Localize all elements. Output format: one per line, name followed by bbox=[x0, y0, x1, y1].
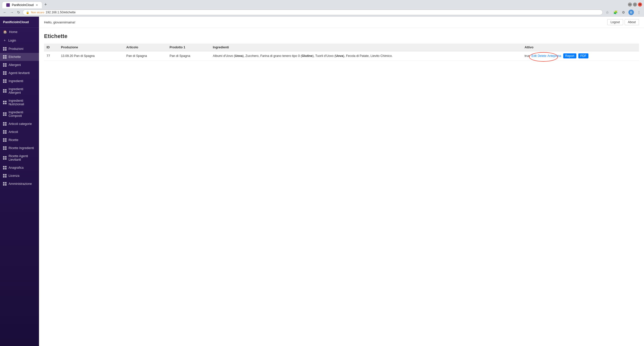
home-icon: 🏠 bbox=[3, 30, 7, 34]
window-controls: — □ ✕ bbox=[628, 3, 642, 8]
grid-icon-ingredienti-composti bbox=[3, 112, 7, 116]
grid-icon-ricette-agenti bbox=[3, 156, 7, 160]
top-bar-buttons: Logout About bbox=[607, 19, 639, 25]
active-tab[interactable]: PanificioInCloud ✕ bbox=[2, 2, 42, 8]
sidebar: PanificioInCloud 🏠 Home ＋ Login Produzio… bbox=[0, 17, 39, 346]
sidebar-item-ingredienti-composti[interactable]: Ingredienti Composti bbox=[0, 108, 39, 120]
table-row: 77 13.09.20 Pan di Spagna Pan di Spagna … bbox=[44, 51, 639, 61]
sync-button[interactable]: ⚙ bbox=[620, 9, 626, 15]
allergen-glutine: Glutine bbox=[302, 54, 312, 58]
sidebar-item-ingredienti-nutrizionali-label: Ingredienti Nutrizionali bbox=[9, 99, 36, 106]
sidebar-item-agenti-lievitanti[interactable]: Agenti lievitanti bbox=[0, 69, 39, 77]
main-content: Hello, giovannimaina! Logout About Etich… bbox=[39, 17, 644, 346]
app-layout: PanificioInCloud 🏠 Home ＋ Login Produzio… bbox=[0, 17, 644, 346]
tab-favicon bbox=[6, 3, 10, 7]
sidebar-item-produzioni[interactable]: Produzioni bbox=[0, 45, 39, 53]
anteprima-button[interactable]: Anteprima bbox=[547, 54, 562, 58]
sidebar-item-amministrazione[interactable]: Amministrazione bbox=[0, 180, 39, 188]
cell-id: 77 bbox=[44, 51, 58, 61]
sidebar-item-articoli-categorie[interactable]: Articoli categorie bbox=[0, 120, 39, 128]
action-buttons-container: Edit Delete Anteprima bbox=[531, 54, 562, 58]
sidebar-item-ricette-agenti-lievitanti-label: Ricette Agenti Lievitanti bbox=[9, 154, 36, 161]
edit-button[interactable]: Edit bbox=[531, 54, 537, 58]
address-bar-row: ← → ↻ 🔒 Non sicuro 192.168.1.50/etichett… bbox=[0, 8, 644, 16]
sidebar-item-home-label: Home bbox=[9, 30, 17, 34]
top-bar: Hello, giovannimaina! Logout About bbox=[39, 17, 644, 28]
grid-icon-produzioni bbox=[3, 47, 7, 51]
grid-icon-articoli bbox=[3, 130, 7, 134]
sidebar-item-home[interactable]: 🏠 Home bbox=[0, 28, 39, 36]
close-button[interactable]: ✕ bbox=[638, 3, 642, 7]
minimize-button[interactable]: — bbox=[628, 3, 632, 7]
sidebar-item-ricette-ingredienti-label: Ricette Ingredienti bbox=[9, 146, 34, 150]
grid-icon-articoli-categorie bbox=[3, 122, 7, 126]
address-text: 192.168.1.50/etichette bbox=[46, 11, 76, 14]
sidebar-item-ingredienti-allergeni-label: Ingredienti Allergeni bbox=[9, 87, 36, 94]
tab-title: PanificioInCloud bbox=[12, 3, 34, 7]
sidebar-item-login[interactable]: ＋ Login bbox=[0, 36, 39, 45]
sidebar-item-ingredienti[interactable]: Ingredienti bbox=[0, 77, 39, 85]
sidebar-item-ingredienti-composti-label: Ingredienti Composti bbox=[9, 111, 36, 118]
reload-button[interactable]: ↻ bbox=[16, 10, 21, 15]
sidebar-item-anagrafica-label: Anagrafica bbox=[9, 166, 24, 169]
sidebar-item-etichette[interactable]: Etichette bbox=[0, 53, 39, 61]
logout-button[interactable]: Logout bbox=[607, 19, 623, 25]
pdf-button[interactable]: PDF bbox=[578, 53, 588, 58]
cell-prodotto1: Pan di Spagna bbox=[167, 51, 210, 61]
maximize-button[interactable]: □ bbox=[633, 3, 637, 7]
browser-chrome: PanificioInCloud ✕ + — □ ✕ ← → ↻ 🔒 Non s… bbox=[0, 0, 644, 17]
browser-toolbar-icons: ☆ 🧩 ⚙ G ⋮ bbox=[604, 9, 642, 15]
sidebar-item-articoli[interactable]: Articoli bbox=[0, 128, 39, 136]
bookmark-button[interactable]: ☆ bbox=[604, 9, 610, 15]
table-header: ID Produzione Articolo Prodotto 1 Ingred… bbox=[44, 44, 639, 51]
col-articolo: Articolo bbox=[124, 44, 167, 51]
report-button[interactable]: Report bbox=[563, 53, 576, 58]
cell-produzione: 13.09.20 Pan di Spagna bbox=[58, 51, 124, 61]
page-content: Etichette ID Produzione Articolo Prodott… bbox=[39, 28, 644, 346]
address-bar[interactable]: 🔒 Non sicuro 192.168.1.50/etichette bbox=[23, 10, 603, 15]
sidebar-item-anagrafica[interactable]: Anagrafica bbox=[0, 164, 39, 172]
col-produzione: Produzione bbox=[58, 44, 124, 51]
allergen-uova-2: Uova bbox=[336, 54, 343, 58]
grid-icon-agenti-lievitanti bbox=[3, 71, 7, 75]
sidebar-item-articoli-label: Articoli bbox=[9, 130, 18, 134]
tab-close-button[interactable]: ✕ bbox=[36, 4, 38, 7]
grid-icon-ricette bbox=[3, 138, 7, 142]
extensions-button[interactable]: 🧩 bbox=[612, 9, 618, 15]
new-tab-button[interactable]: + bbox=[42, 2, 49, 7]
sidebar-item-produzioni-label: Produzioni bbox=[9, 47, 23, 51]
sidebar-item-allergeni-label: Allergeni bbox=[9, 63, 21, 67]
attivo-value: true bbox=[525, 54, 530, 58]
sidebar-item-allergeni[interactable]: Allergeni bbox=[0, 61, 39, 69]
security-icon: 🔒 bbox=[26, 11, 29, 14]
sidebar-item-ricette-ingredienti[interactable]: Ricette Ingredienti bbox=[0, 144, 39, 152]
grid-icon-ingredienti-nutrizionali bbox=[3, 101, 7, 104]
sidebar-item-ricette[interactable]: Ricette bbox=[0, 136, 39, 144]
grid-icon-etichette bbox=[3, 55, 7, 59]
col-prodotto1: Prodotto 1 bbox=[167, 44, 210, 51]
ingredienti-text: Albumi d'Uovo (Uova), Zucchero, Farina d… bbox=[213, 54, 393, 58]
grid-icon-allergeni bbox=[3, 63, 7, 67]
sidebar-brand: PanificioInCloud bbox=[0, 17, 39, 28]
about-button[interactable]: About bbox=[625, 19, 639, 25]
sidebar-item-licenza[interactable]: Licenza bbox=[0, 172, 39, 180]
delete-button[interactable]: Delete bbox=[537, 54, 547, 58]
grid-icon-ricette-ingredienti bbox=[3, 146, 7, 150]
sidebar-item-ingredienti-allergeni[interactable]: Ingredienti Allergeni bbox=[0, 85, 39, 97]
login-icon: ＋ bbox=[3, 38, 6, 43]
security-label: Non sicuro bbox=[31, 11, 44, 14]
grid-icon-ingredienti bbox=[3, 79, 7, 83]
sidebar-item-ricette-agenti-lievitanti[interactable]: Ricette Agenti Lievitanti bbox=[0, 152, 39, 164]
sidebar-item-ingredienti-nutrizionali[interactable]: Ingredienti Nutrizionali bbox=[0, 97, 39, 108]
profile-avatar[interactable]: G bbox=[628, 10, 634, 15]
sidebar-item-ricette-label: Ricette bbox=[9, 138, 18, 142]
menu-button[interactable]: ⋮ bbox=[636, 9, 642, 15]
sidebar-item-login-label: Login bbox=[8, 39, 16, 42]
forward-button[interactable]: → bbox=[9, 10, 15, 15]
cell-articolo: Pan di Spagna bbox=[124, 51, 167, 61]
sidebar-item-ingredienti-label: Ingredienti bbox=[9, 79, 23, 83]
back-button[interactable]: ← bbox=[2, 10, 8, 15]
sidebar-item-etichette-label: Etichette bbox=[9, 55, 21, 59]
col-attivo: Attivo bbox=[522, 44, 639, 51]
allergen-uova-1: Uova bbox=[235, 54, 243, 58]
